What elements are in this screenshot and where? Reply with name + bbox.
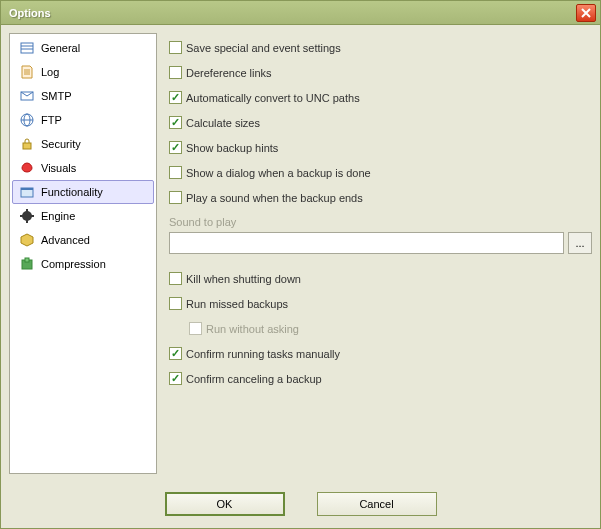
unc-checkbox[interactable] [169, 91, 182, 104]
close-button[interactable] [576, 4, 596, 22]
engine-icon [19, 208, 35, 224]
functionality-icon [19, 184, 35, 200]
ftp-icon [19, 112, 35, 128]
kill-label: Kill when shutting down [186, 273, 301, 285]
sound-to-play-label: Sound to play [169, 216, 592, 228]
svg-rect-9 [21, 188, 33, 190]
confirm-running-label: Confirm running tasks manually [186, 348, 340, 360]
dialog-done-checkbox[interactable] [169, 166, 182, 179]
sidebar: General Log SMTP FTP Security Visuals [9, 33, 157, 474]
log-icon [19, 64, 35, 80]
confirm-cancel-label: Confirm canceling a backup [186, 373, 322, 385]
confirm-cancel-checkbox[interactable] [169, 372, 182, 385]
save-special-checkbox[interactable] [169, 41, 182, 54]
run-missed-label: Run missed backups [186, 298, 288, 310]
kill-checkbox[interactable] [169, 272, 182, 285]
cancel-button[interactable]: Cancel [317, 492, 437, 516]
sidebar-item-label: Compression [41, 258, 106, 270]
svg-rect-12 [25, 258, 29, 262]
security-icon [19, 136, 35, 152]
advanced-icon [19, 232, 35, 248]
sidebar-item-visuals[interactable]: Visuals [12, 156, 154, 180]
hints-checkbox[interactable] [169, 141, 182, 154]
window-body: General Log SMTP FTP Security Visuals [1, 25, 600, 482]
run-without-asking-label: Run without asking [206, 323, 299, 335]
run-missed-checkbox[interactable] [169, 297, 182, 310]
button-bar: OK Cancel [1, 482, 600, 528]
sidebar-item-label: Visuals [41, 162, 76, 174]
smtp-icon [19, 88, 35, 104]
sidebar-item-label: SMTP [41, 90, 72, 102]
play-sound-checkbox[interactable] [169, 191, 182, 204]
dereference-label: Dereference links [186, 67, 272, 79]
svg-rect-0 [21, 43, 33, 53]
sidebar-item-general[interactable]: General [12, 36, 154, 60]
sidebar-item-compression[interactable]: Compression [12, 252, 154, 276]
sidebar-item-label: General [41, 42, 80, 54]
close-icon [581, 8, 591, 18]
sidebar-item-label: Security [41, 138, 81, 150]
browse-sound-button[interactable]: ... [568, 232, 592, 254]
sidebar-item-label: FTP [41, 114, 62, 126]
options-window: Options General Log SMTP FTP [0, 0, 601, 529]
sidebar-item-engine[interactable]: Engine [12, 204, 154, 228]
sidebar-item-security[interactable]: Security [12, 132, 154, 156]
dereference-checkbox[interactable] [169, 66, 182, 79]
confirm-running-checkbox[interactable] [169, 347, 182, 360]
sidebar-item-label: Engine [41, 210, 75, 222]
unc-label: Automatically convert to UNC paths [186, 92, 360, 104]
sidebar-item-label: Advanced [41, 234, 90, 246]
sidebar-item-label: Functionality [41, 186, 103, 198]
sidebar-item-ftp[interactable]: FTP [12, 108, 154, 132]
play-sound-label: Play a sound when the backup ends [186, 192, 363, 204]
general-icon [19, 40, 35, 56]
compression-icon [19, 256, 35, 272]
titlebar: Options [1, 1, 600, 25]
calc-sizes-label: Calculate sizes [186, 117, 260, 129]
content-panel: Save special and event settings Derefere… [169, 33, 592, 474]
save-special-label: Save special and event settings [186, 42, 341, 54]
sidebar-item-advanced[interactable]: Advanced [12, 228, 154, 252]
calc-sizes-checkbox[interactable] [169, 116, 182, 129]
sidebar-item-log[interactable]: Log [12, 60, 154, 84]
run-without-asking-checkbox [189, 322, 202, 335]
dialog-done-label: Show a dialog when a backup is done [186, 167, 371, 179]
sidebar-item-functionality[interactable]: Functionality [12, 180, 154, 204]
sound-path-input[interactable] [169, 232, 564, 254]
hints-label: Show backup hints [186, 142, 278, 154]
sidebar-item-label: Log [41, 66, 59, 78]
sidebar-item-smtp[interactable]: SMTP [12, 84, 154, 108]
ok-button[interactable]: OK [165, 492, 285, 516]
ellipsis-icon: ... [575, 237, 584, 249]
window-title: Options [5, 7, 576, 19]
svg-point-10 [22, 211, 32, 221]
svg-rect-7 [23, 143, 31, 149]
visuals-icon [19, 160, 35, 176]
